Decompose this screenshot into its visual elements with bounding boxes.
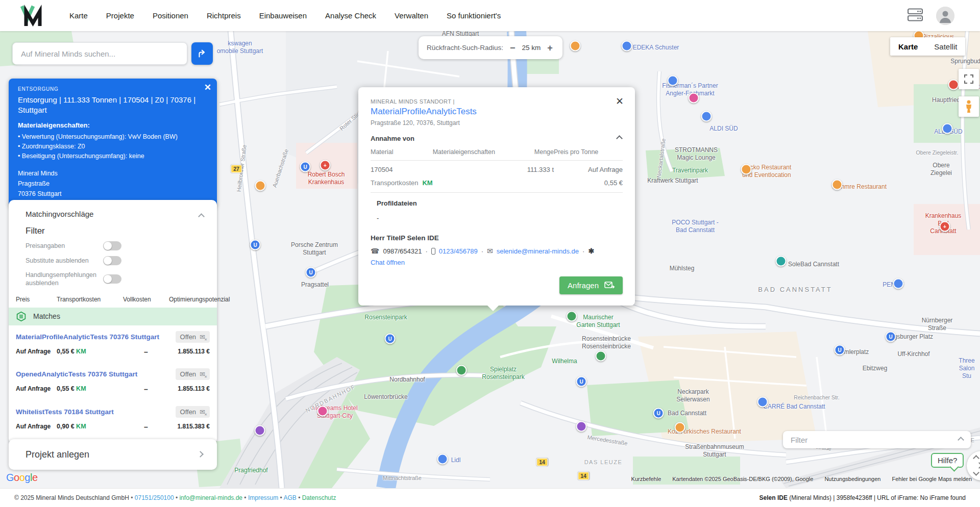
envelope-x-icon: ✉✕ — [200, 370, 205, 378]
poi-marker[interactable] — [701, 111, 712, 122]
footer-link[interactable]: Datenschutz — [297, 494, 336, 501]
close-icon[interactable]: ✕ — [616, 95, 624, 107]
map-type-control: Karte Satellit — [890, 37, 965, 56]
fullscreen-button[interactable] — [959, 69, 979, 89]
poi-marker[interactable] — [437, 454, 448, 465]
nav-item[interactable]: Projekte — [106, 11, 134, 20]
card-bullet: Beseitigung (Untersuchungsumfang): keine — [18, 151, 208, 161]
poi-marker[interactable] — [741, 164, 752, 175]
poi-glyph: U — [838, 347, 841, 352]
poi-marker[interactable] — [668, 75, 678, 86]
mobile-number-link[interactable]: 0123/456789 — [439, 247, 478, 255]
radius-increase-button[interactable]: + — [547, 43, 553, 53]
map-type-satellit[interactable]: Satellit — [926, 37, 965, 56]
poi-marker[interactable] — [675, 422, 685, 433]
poi-marker[interactable] — [948, 80, 959, 90]
poi-marker[interactable] — [576, 421, 587, 432]
poi-marker[interactable] — [570, 41, 581, 52]
poi-marker[interactable] — [255, 425, 265, 436]
match-link[interactable]: WhitelistTests 70184 Stuttgart — [16, 408, 114, 416]
nav-item[interactable]: So funktioniert's — [447, 11, 501, 20]
nav-item[interactable]: Einbauweisen — [259, 11, 307, 20]
toggle-switch[interactable] — [103, 274, 121, 284]
poi-marker[interactable] — [689, 93, 699, 104]
directions-button[interactable] — [191, 42, 213, 65]
match-link[interactable]: OpenedAnalyticTests 70376 Stuttgart — [16, 370, 137, 378]
match-link[interactable]: MaterialProfileAnalyticTests 70376 Stutt… — [16, 333, 159, 341]
match-values: Auf Anfrage 0,55 € KM – 1.855.113 € — [16, 348, 210, 357]
poi-marker[interactable] — [893, 278, 904, 289]
collapse-chevron-icon[interactable] — [616, 135, 623, 142]
poi-marker[interactable]: U — [576, 376, 587, 387]
footer-link[interactable]: © 2025 Mineral Minds Deutschland GmbH — [14, 494, 129, 501]
pegman-button[interactable] — [959, 96, 979, 117]
matches-column-headers: PreisTransportkostenVollkostenOptimierun… — [9, 296, 217, 303]
poi-marker[interactable] — [757, 397, 768, 408]
map-type-karte[interactable]: Karte — [890, 37, 926, 56]
poi-marker[interactable]: U — [300, 162, 311, 172]
radius-control: Rückfracht-Such-Radius: − 25 km + — [419, 36, 562, 59]
poi-glyph: U — [579, 379, 583, 384]
footer-link[interactable]: 07151/250100 — [129, 494, 174, 501]
help-button[interactable]: Hilfe? — [931, 453, 964, 468]
route-shield: 14 — [536, 458, 548, 466]
attribution-link[interactable]: Kartendaten ©2025 GeoBasis-DE/BKG (©2009… — [672, 476, 813, 482]
mineral-minds-logo-icon[interactable] — [19, 5, 43, 27]
toggle-switch[interactable] — [103, 256, 121, 265]
footer-link[interactable]: AGB — [278, 494, 297, 501]
address-line: 70376 Stuttgart — [18, 189, 208, 199]
radius-value: 25 km — [522, 44, 541, 52]
attribution-link[interactable]: Fehler bei Google Maps melden — [892, 476, 972, 482]
create-project-button[interactable]: Projekt anlegen — [9, 439, 217, 470]
poi-marker[interactable] — [942, 123, 953, 134]
toggle-switch[interactable] — [103, 241, 121, 250]
poi-marker[interactable]: U — [653, 408, 664, 419]
top-navigation: KarteProjektePositionenRichtpreisEinbauw… — [0, 0, 980, 31]
footer-link[interactable]: info@mineral-minds.de — [174, 494, 242, 501]
poi-marker[interactable]: U — [385, 334, 396, 344]
phone-icon: ☎ — [371, 247, 379, 255]
user-avatar[interactable] — [936, 7, 954, 25]
poi-marker[interactable] — [832, 180, 843, 190]
footer-link[interactable]: Impressum — [242, 494, 278, 501]
attribution-link[interactable]: Nutzungsbedingungen — [824, 476, 880, 482]
poi-marker[interactable] — [567, 311, 577, 322]
poi-marker[interactable] — [622, 41, 632, 52]
poi-marker[interactable]: U — [886, 332, 896, 342]
popup-title-link[interactable]: MaterialProfileAnalyticTests — [371, 107, 623, 117]
server-rack-icon[interactable] — [908, 8, 923, 23]
poi-marker[interactable]: + — [940, 221, 950, 232]
popup-column-header: Material — [371, 148, 419, 156]
poi-marker[interactable]: U — [250, 240, 261, 250]
match-status-button[interactable]: Offen ✉✕ — [176, 331, 210, 343]
filter-placeholder: Filter — [791, 436, 959, 444]
poi-marker[interactable]: U — [835, 345, 845, 356]
transport-value: 0,90 € KM — [57, 423, 123, 431]
poi-glyph: U — [309, 270, 312, 275]
matches-list: MaterialProfileAnalyticTests 70376 Stutt… — [9, 325, 217, 438]
nav-item[interactable]: Richtpreis — [207, 11, 241, 20]
match-status-button[interactable]: Offen ✉✕ — [176, 368, 210, 380]
attribution-link[interactable]: Kurzbefehle — [631, 476, 662, 482]
contact-row: ☎ 0987/654321 · 0123/456789 · ✉ selenide… — [371, 247, 623, 266]
chat-link[interactable]: Chat öffnen — [371, 259, 405, 266]
radius-decrease-button[interactable]: − — [510, 43, 516, 53]
nav-item[interactable]: Analyse Check — [325, 11, 376, 20]
poi-marker[interactable]: + — [320, 160, 331, 171]
anfragen-button[interactable]: Anfragen — [559, 276, 623, 294]
poi-marker[interactable] — [456, 365, 467, 376]
search-input[interactable] — [12, 42, 187, 65]
nav-item[interactable]: Verwalten — [395, 11, 428, 20]
match-status-button[interactable]: Offen ✉✕ — [176, 406, 210, 418]
address-line: Pragstraße — [18, 179, 208, 189]
nav-item[interactable]: Positionen — [153, 11, 188, 20]
nav-item[interactable]: Karte — [69, 11, 88, 20]
map-filter-bar[interactable]: Filter — [783, 431, 971, 448]
poi-marker[interactable] — [596, 351, 606, 362]
poi-marker[interactable] — [255, 181, 266, 191]
email-link[interactable]: selenide@mineral-minds.de — [497, 247, 579, 255]
price-value: Auf Anfrage — [16, 348, 57, 356]
poi-marker[interactable] — [317, 406, 328, 417]
poi-marker[interactable]: U — [306, 267, 316, 278]
poi-marker[interactable] — [776, 256, 787, 267]
